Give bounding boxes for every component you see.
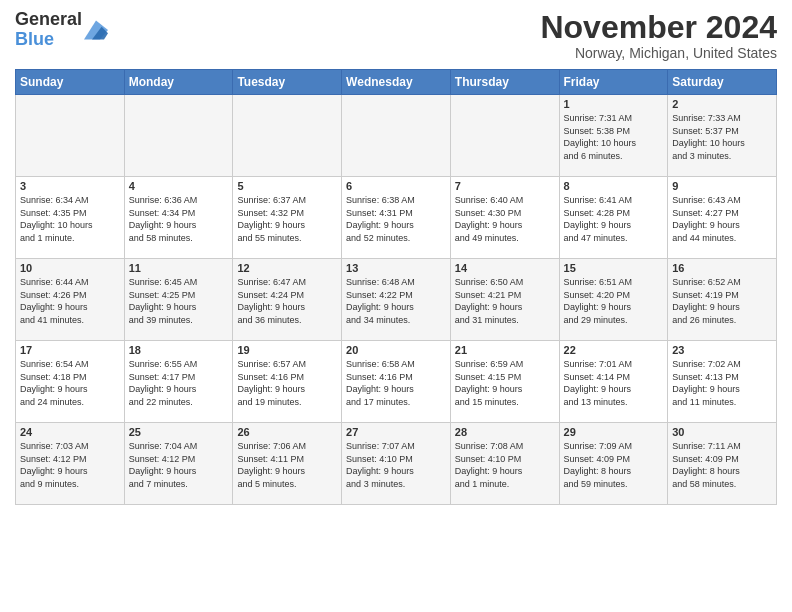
day-info: Sunrise: 7:01 AM Sunset: 4:14 PM Dayligh… [564,358,664,408]
calendar-cell: 11Sunrise: 6:45 AM Sunset: 4:25 PM Dayli… [124,259,233,341]
calendar-cell: 21Sunrise: 6:59 AM Sunset: 4:15 PM Dayli… [450,341,559,423]
calendar-cell: 5Sunrise: 6:37 AM Sunset: 4:32 PM Daylig… [233,177,342,259]
week-row-3: 17Sunrise: 6:54 AM Sunset: 4:18 PM Dayli… [16,341,777,423]
calendar-cell: 12Sunrise: 6:47 AM Sunset: 4:24 PM Dayli… [233,259,342,341]
week-row-1: 3Sunrise: 6:34 AM Sunset: 4:35 PM Daylig… [16,177,777,259]
calendar-table: SundayMondayTuesdayWednesdayThursdayFrid… [15,69,777,505]
day-info: Sunrise: 6:54 AM Sunset: 4:18 PM Dayligh… [20,358,120,408]
calendar-cell: 27Sunrise: 7:07 AM Sunset: 4:10 PM Dayli… [342,423,451,505]
calendar-cell: 1Sunrise: 7:31 AM Sunset: 5:38 PM Daylig… [559,95,668,177]
day-number: 3 [20,180,120,192]
day-info: Sunrise: 6:41 AM Sunset: 4:28 PM Dayligh… [564,194,664,244]
day-number: 13 [346,262,446,274]
calendar-cell: 3Sunrise: 6:34 AM Sunset: 4:35 PM Daylig… [16,177,125,259]
day-info: Sunrise: 6:55 AM Sunset: 4:17 PM Dayligh… [129,358,229,408]
logo: General Blue [15,10,108,50]
calendar-cell: 9Sunrise: 6:43 AM Sunset: 4:27 PM Daylig… [668,177,777,259]
week-row-2: 10Sunrise: 6:44 AM Sunset: 4:26 PM Dayli… [16,259,777,341]
calendar-cell: 18Sunrise: 6:55 AM Sunset: 4:17 PM Dayli… [124,341,233,423]
calendar-cell: 2Sunrise: 7:33 AM Sunset: 5:37 PM Daylig… [668,95,777,177]
day-number: 10 [20,262,120,274]
logo-text: General Blue [15,10,82,50]
day-number: 15 [564,262,664,274]
calendar-cell: 19Sunrise: 6:57 AM Sunset: 4:16 PM Dayli… [233,341,342,423]
day-number: 22 [564,344,664,356]
main-container: General Blue November 2024 Norway, Michi… [0,0,792,510]
calendar-cell: 24Sunrise: 7:03 AM Sunset: 4:12 PM Dayli… [16,423,125,505]
day-info: Sunrise: 6:38 AM Sunset: 4:31 PM Dayligh… [346,194,446,244]
day-info: Sunrise: 6:40 AM Sunset: 4:30 PM Dayligh… [455,194,555,244]
day-info: Sunrise: 6:36 AM Sunset: 4:34 PM Dayligh… [129,194,229,244]
calendar-cell: 25Sunrise: 7:04 AM Sunset: 4:12 PM Dayli… [124,423,233,505]
day-number: 11 [129,262,229,274]
calendar-cell: 20Sunrise: 6:58 AM Sunset: 4:16 PM Dayli… [342,341,451,423]
logo-icon [84,20,108,40]
day-number: 30 [672,426,772,438]
header-row: SundayMondayTuesdayWednesdayThursdayFrid… [16,70,777,95]
day-info: Sunrise: 7:07 AM Sunset: 4:10 PM Dayligh… [346,440,446,490]
day-info: Sunrise: 7:31 AM Sunset: 5:38 PM Dayligh… [564,112,664,162]
day-number: 20 [346,344,446,356]
calendar-cell: 16Sunrise: 6:52 AM Sunset: 4:19 PM Dayli… [668,259,777,341]
day-number: 14 [455,262,555,274]
header: General Blue November 2024 Norway, Michi… [15,10,777,61]
day-info: Sunrise: 6:48 AM Sunset: 4:22 PM Dayligh… [346,276,446,326]
calendar-cell: 29Sunrise: 7:09 AM Sunset: 4:09 PM Dayli… [559,423,668,505]
day-number: 23 [672,344,772,356]
day-number: 27 [346,426,446,438]
title-block: November 2024 Norway, Michigan, United S… [540,10,777,61]
day-number: 6 [346,180,446,192]
day-header-friday: Friday [559,70,668,95]
day-number: 8 [564,180,664,192]
day-number: 26 [237,426,337,438]
day-header-sunday: Sunday [16,70,125,95]
calendar-cell: 23Sunrise: 7:02 AM Sunset: 4:13 PM Dayli… [668,341,777,423]
day-info: Sunrise: 6:34 AM Sunset: 4:35 PM Dayligh… [20,194,120,244]
week-row-4: 24Sunrise: 7:03 AM Sunset: 4:12 PM Dayli… [16,423,777,505]
day-info: Sunrise: 6:37 AM Sunset: 4:32 PM Dayligh… [237,194,337,244]
day-number: 12 [237,262,337,274]
day-info: Sunrise: 7:11 AM Sunset: 4:09 PM Dayligh… [672,440,772,490]
day-info: Sunrise: 6:59 AM Sunset: 4:15 PM Dayligh… [455,358,555,408]
day-info: Sunrise: 6:44 AM Sunset: 4:26 PM Dayligh… [20,276,120,326]
day-info: Sunrise: 6:45 AM Sunset: 4:25 PM Dayligh… [129,276,229,326]
day-number: 19 [237,344,337,356]
day-header-thursday: Thursday [450,70,559,95]
logo-line2: Blue [15,30,82,50]
day-info: Sunrise: 6:57 AM Sunset: 4:16 PM Dayligh… [237,358,337,408]
calendar-cell [124,95,233,177]
calendar-cell: 4Sunrise: 6:36 AM Sunset: 4:34 PM Daylig… [124,177,233,259]
calendar-cell: 17Sunrise: 6:54 AM Sunset: 4:18 PM Dayli… [16,341,125,423]
day-info: Sunrise: 6:47 AM Sunset: 4:24 PM Dayligh… [237,276,337,326]
day-info: Sunrise: 6:58 AM Sunset: 4:16 PM Dayligh… [346,358,446,408]
calendar-cell: 13Sunrise: 6:48 AM Sunset: 4:22 PM Dayli… [342,259,451,341]
day-info: Sunrise: 6:50 AM Sunset: 4:21 PM Dayligh… [455,276,555,326]
day-header-saturday: Saturday [668,70,777,95]
day-number: 5 [237,180,337,192]
day-header-tuesday: Tuesday [233,70,342,95]
calendar-cell: 22Sunrise: 7:01 AM Sunset: 4:14 PM Dayli… [559,341,668,423]
calendar-cell: 10Sunrise: 6:44 AM Sunset: 4:26 PM Dayli… [16,259,125,341]
calendar-cell: 7Sunrise: 6:40 AM Sunset: 4:30 PM Daylig… [450,177,559,259]
logo-line1: General [15,10,82,30]
day-number: 7 [455,180,555,192]
calendar-cell [342,95,451,177]
month-title: November 2024 [540,10,777,45]
day-header-monday: Monday [124,70,233,95]
day-number: 1 [564,98,664,110]
calendar-cell: 30Sunrise: 7:11 AM Sunset: 4:09 PM Dayli… [668,423,777,505]
day-number: 9 [672,180,772,192]
week-row-0: 1Sunrise: 7:31 AM Sunset: 5:38 PM Daylig… [16,95,777,177]
calendar-cell: 8Sunrise: 6:41 AM Sunset: 4:28 PM Daylig… [559,177,668,259]
day-info: Sunrise: 7:08 AM Sunset: 4:10 PM Dayligh… [455,440,555,490]
day-number: 17 [20,344,120,356]
day-number: 4 [129,180,229,192]
day-info: Sunrise: 7:04 AM Sunset: 4:12 PM Dayligh… [129,440,229,490]
calendar-cell: 14Sunrise: 6:50 AM Sunset: 4:21 PM Dayli… [450,259,559,341]
day-info: Sunrise: 6:43 AM Sunset: 4:27 PM Dayligh… [672,194,772,244]
day-info: Sunrise: 7:33 AM Sunset: 5:37 PM Dayligh… [672,112,772,162]
calendar-cell [16,95,125,177]
day-info: Sunrise: 7:06 AM Sunset: 4:11 PM Dayligh… [237,440,337,490]
day-info: Sunrise: 6:51 AM Sunset: 4:20 PM Dayligh… [564,276,664,326]
day-number: 29 [564,426,664,438]
